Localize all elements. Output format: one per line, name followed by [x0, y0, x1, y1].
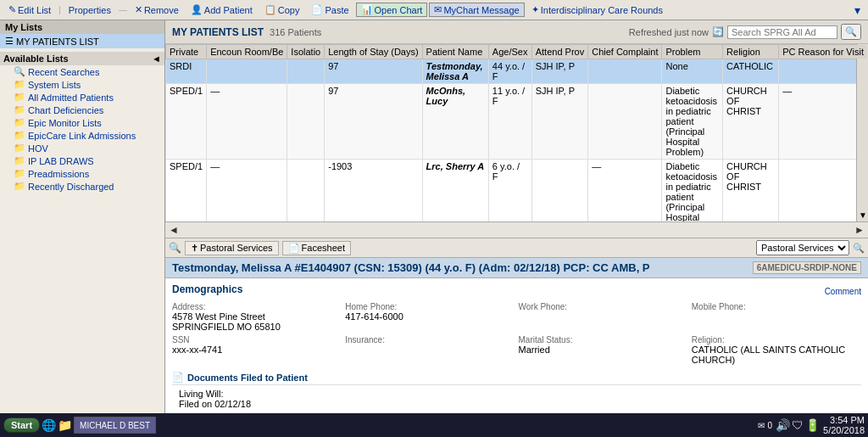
cell-chief-complaint — [588, 84, 662, 160]
sidebar-item-icon: 🔍 — [14, 66, 25, 77]
my-patients-list-item[interactable]: ☰ MY PATIENTS LIST — [0, 34, 164, 48]
mychart-button[interactable]: ✉ MyChart Message — [429, 3, 524, 17]
start-button[interactable]: Start — [3, 417, 40, 433]
facesheet-icon: 📄 — [288, 243, 300, 254]
sidebar-item-system-lists[interactable]: 📁System Lists — [0, 78, 164, 91]
patient-header-text: Testmonday, Melissa A #E1404907 (CSN: 15… — [172, 261, 650, 274]
col-age-sex: Age/Sex — [488, 45, 531, 59]
open-chart-button[interactable]: 📊 Open Chart — [356, 3, 428, 17]
patient-table-body: SRDI 97 Testmonday, Melissa A 44 y.o. / … — [166, 59, 868, 223]
paste-icon: 📄 — [311, 4, 323, 15]
documents-content: Living Will: Filed on 02/12/18 — [172, 389, 861, 409]
ie-icon[interactable]: 🌐 — [42, 418, 56, 432]
mobile-phone-label: Mobile Phone: — [692, 302, 861, 311]
taskbar-right: ✉ 0 🔊 🛡 🔋 3:54 PM 5/20/2018 — [758, 415, 865, 435]
remove-button[interactable]: ✕ Remove — [130, 3, 184, 17]
sidebar-item-recently-discharged[interactable]: 📁Recently Discharged — [0, 180, 164, 193]
care-rounds-button[interactable]: ✦ Interdisciplinary Care Rounds — [526, 3, 668, 17]
remove-icon: ✕ — [135, 4, 142, 15]
patient-table: Private Encoun Room/Be Isolatio Length o… — [165, 44, 868, 222]
cell-attend-prov: SJH IP, P — [531, 59, 587, 84]
cell-pc-reason: — — [779, 84, 868, 160]
search-button[interactable]: 🔍 — [841, 24, 861, 40]
detail-panel: 🔍 ✝ Pastoral Services 📄 Facesheet Pastor… — [165, 238, 868, 413]
collapse-button[interactable]: ▾ — [850, 3, 865, 18]
refresh-area: Refreshed just now 🔄 🔍 — [629, 24, 861, 40]
add-patient-button[interactable]: 👤 Add Patient — [186, 3, 258, 17]
sidebar-item-ip-lab-draws[interactable]: 📁IP LAB DRAWS — [0, 154, 164, 167]
sidebar-item-chart-deficiencies[interactable]: 📁Chart Deficiencies — [0, 104, 164, 116]
sidebar: My Lists ☰ MY PATIENTS LIST Available Li… — [0, 20, 165, 413]
sidebar-item-preadmissions[interactable]: 📁Preadmissions — [0, 167, 164, 180]
marital-value: Married — [519, 345, 550, 355]
collapse-sidebar-icon[interactable]: ◄ — [152, 53, 161, 64]
cell-los: 97 — [325, 84, 422, 160]
sidebar-item-label: All Admitted Patients — [28, 92, 114, 103]
taskbar: Start 🌐 📁 MICHAEL D BEST ✉ 0 🔊 🛡 🔋 3:54 … — [0, 413, 868, 437]
edit-list-button[interactable]: ✎ Edit List — [3, 3, 56, 17]
cell-room — [207, 59, 287, 84]
work-phone-label: Work Phone: — [519, 302, 688, 311]
sidebar-item-icon: 📁 — [14, 79, 25, 90]
patient-list-header: MY PATIENTS LIST 316 Patients Refreshed … — [165, 20, 868, 44]
services-search-icon[interactable]: 🔍 — [853, 243, 865, 254]
nav-left-arrow[interactable]: ◄ — [169, 224, 179, 236]
patient-list-count: 316 Patients — [270, 27, 321, 37]
cell-chief-complaint: — — [588, 160, 662, 223]
tray-icon-3: 🔋 — [805, 418, 820, 432]
envelope-icon: ✉ — [758, 421, 765, 430]
sidebar-item-label: HOV — [28, 143, 48, 154]
table-row[interactable]: SPED/1 — 97 McOnhs, Lucy 11 y.o. / F SJH… — [166, 84, 868, 160]
demographics-grid: Address: 4578 West Pine StreetSPRINGFIEL… — [172, 302, 861, 365]
sidebar-item-all-admitted[interactable]: 📁All Admitted Patients — [0, 91, 164, 104]
sidebar-item-label: Preadmissions — [28, 169, 89, 179]
cell-isolation — [287, 84, 325, 160]
edit-icon: ✎ — [8, 4, 16, 15]
living-will-filed-text: Filed on 02/12/18 — [179, 399, 251, 409]
table-row[interactable]: SPED/1 — -1903 Lrc, Sherry A 6 y.o. / F … — [166, 160, 868, 223]
sidebar-item-icon: 📁 — [14, 181, 25, 192]
pastoral-icon: ✝ — [191, 243, 198, 254]
cell-private: SRDI — [166, 59, 207, 84]
paste-button[interactable]: 📄 Paste — [306, 3, 353, 17]
cell-patient-name: Lrc, Sherry A — [422, 160, 488, 223]
taskbar-app-item[interactable]: MICHAEL D BEST — [74, 417, 156, 434]
refresh-label: Refreshed just now — [629, 27, 709, 37]
properties-button[interactable]: Properties — [64, 3, 116, 17]
explorer-icon[interactable]: 📁 — [58, 418, 72, 432]
col-private: Private — [166, 45, 207, 59]
sidebar-item-epiccare-link[interactable]: 📁EpicCare Link Admissions — [0, 129, 164, 142]
copy-button[interactable]: 📋 Copy — [259, 3, 305, 17]
sidebar-item-hov[interactable]: 📁HOV — [0, 142, 164, 154]
cell-room: — — [207, 160, 287, 223]
care-rounds-icon: ✦ — [531, 4, 539, 15]
address-label: Address: — [172, 302, 342, 311]
documents-title: Documents Filed to Patient — [187, 373, 308, 383]
table-header-row: Private Encoun Room/Be Isolatio Length o… — [166, 45, 868, 59]
scroll-down-arrow[interactable]: ▼ — [857, 209, 868, 221]
table-row[interactable]: SRDI 97 Testmonday, Melissa A 44 y.o. / … — [166, 59, 868, 84]
cell-los: 97 — [325, 59, 422, 84]
refresh-icon[interactable]: 🔄 — [712, 26, 724, 37]
sidebar-item-icon: 📁 — [14, 143, 25, 154]
sidebar-item-epic-monitor[interactable]: 📁Epic Monitor Lists — [0, 116, 164, 129]
religion-label: Religion: — [692, 335, 861, 345]
search-input[interactable] — [727, 25, 837, 39]
sep2: — — [119, 5, 127, 14]
services-dropdown[interactable]: Pastoral Services — [756, 240, 849, 255]
tab-facesheet[interactable]: 📄 Facesheet — [282, 241, 351, 255]
detail-search-icon[interactable]: 🔍 — [169, 242, 181, 254]
nav-right-arrow[interactable]: ► — [854, 224, 865, 236]
list-icon: ☰ — [5, 36, 14, 47]
sidebar-item-recent-searches[interactable]: 🔍Recent Searches — [0, 65, 164, 78]
cell-patient-name: Testmonday, Melissa A — [422, 59, 488, 84]
ssn-value: xxx-xx-4741 — [172, 345, 222, 355]
cell-religion: CHURCH OF CHRIST — [723, 160, 779, 223]
tab-pastoral[interactable]: ✝ Pastoral Services — [185, 241, 279, 255]
table-scrollbar[interactable]: ▲ ▼ — [856, 44, 868, 221]
comment-link-demographics[interactable]: Comment — [825, 287, 861, 296]
col-pc-reason: PC Reason for Visit — [779, 45, 868, 59]
demographics-title: Demographics — [172, 283, 242, 295]
ssn-label: SSN — [172, 335, 342, 345]
patient-header-badge: 6AMEDICU-SRDIP-NONE — [753, 261, 861, 274]
